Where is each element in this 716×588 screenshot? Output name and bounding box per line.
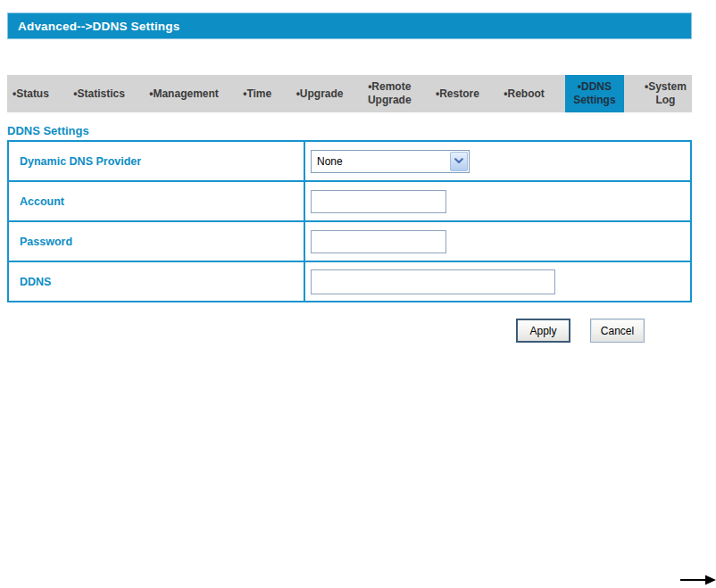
account-field[interactable] [311, 190, 446, 213]
dynamic-dns-provider-label: Dynamic DNS Provider [8, 141, 304, 181]
page-title: Advanced-->DDNS Settings [18, 20, 179, 33]
ddns-label: DDNS [8, 261, 304, 302]
tab-upgrade[interactable]: •Upgrade [293, 75, 347, 112]
table-row: Dynamic DNS Provider None [8, 141, 691, 181]
ddns-settings-table: Dynamic DNS Provider None Account Passwo… [7, 140, 692, 302]
chevron-down-icon[interactable] [450, 152, 468, 171]
account-label: Account [8, 181, 304, 221]
cancel-button[interactable]: Cancel [590, 319, 645, 343]
tab-ddns-settings[interactable]: •DDNS Settings [565, 75, 623, 112]
tab-management[interactable]: •Management [146, 75, 222, 112]
ddns-field[interactable] [311, 269, 555, 294]
dynamic-dns-provider-select[interactable]: None [311, 150, 470, 173]
tab-statistics[interactable]: •Statistics [70, 75, 129, 112]
tab-system-log[interactable]: •System Log [641, 75, 690, 112]
table-row: DDNS [8, 261, 691, 302]
tab-bar: •Status •Statistics •Management •Time •U… [7, 75, 692, 112]
page-header: Advanced-->DDNS Settings [7, 12, 692, 39]
tab-restore[interactable]: •Restore [432, 75, 483, 112]
tab-status[interactable]: •Status [9, 75, 53, 112]
password-field[interactable] [311, 230, 446, 253]
tab-remote-upgrade[interactable]: •Remote Upgrade [364, 75, 415, 112]
dynamic-dns-provider-value: None [317, 155, 343, 168]
tab-reboot[interactable]: •Reboot [500, 75, 548, 112]
password-label: Password [8, 221, 304, 261]
apply-button[interactable]: Apply [516, 319, 570, 343]
tab-time[interactable]: •Time [239, 75, 275, 112]
table-row: Account [8, 181, 691, 221]
table-row: Password [8, 221, 691, 261]
section-title: DDNS Settings [7, 124, 89, 137]
page: { "header": { "title": "Advanced--&gt;DD… [0, 0, 716, 588]
right-arrow-icon [680, 574, 716, 586]
